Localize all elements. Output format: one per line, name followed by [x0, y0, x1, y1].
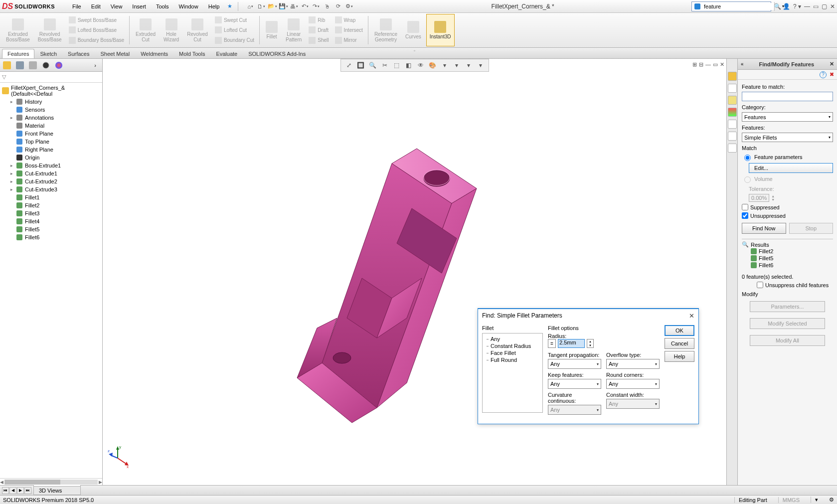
result-fillet2[interactable]: Fillet2: [742, 248, 833, 255]
custom-props-icon[interactable]: [728, 132, 737, 141]
ribbon-revolved-boss-base[interactable]: RevolvedBoss/Base: [35, 14, 65, 46]
design-library-icon[interactable]: [728, 84, 737, 93]
edit-appearance-icon[interactable]: 🎨: [428, 60, 438, 70]
tree-node-boss-extrude1[interactable]: ▸ Boss-Extrude1: [2, 162, 102, 169]
help-button[interactable]: Help: [665, 351, 694, 362]
dialog-close-icon[interactable]: ✕: [689, 312, 694, 320]
vp-maximize-icon[interactable]: ▭: [713, 61, 718, 68]
new-icon[interactable]: 🗋: [256, 1, 266, 11]
forum-icon[interactable]: [728, 144, 737, 153]
open-icon[interactable]: 📂: [267, 1, 277, 11]
expander-icon[interactable]: ▸: [9, 115, 14, 120]
ribtab-sheet-metal[interactable]: Sheet Metal: [95, 49, 135, 58]
ribbon-intersect[interactable]: Intersect: [335, 26, 363, 33]
view-settings-icon[interactable]: ▾: [452, 60, 462, 70]
dialog-titlebar[interactable]: Find: Simple Fillet Parameters ✕: [478, 309, 698, 322]
tree-node-history[interactable]: ▸ History: [2, 98, 102, 106]
panel-close-icon[interactable]: ✕: [830, 61, 834, 67]
ribbon-rib[interactable]: Rib: [309, 16, 329, 23]
expander-icon[interactable]: ▸: [9, 187, 14, 192]
fillet-type-constant-radius[interactable]: Constant Radius: [485, 342, 540, 349]
star-icon[interactable]: ★: [225, 1, 235, 11]
menu-insert[interactable]: Insert: [128, 2, 151, 11]
tree-node-top-plane[interactable]: Top Plane: [2, 138, 102, 146]
collapse-icon[interactable]: «: [741, 61, 744, 67]
ribbon-mirror[interactable]: Mirror: [335, 37, 363, 44]
tree-node-fillet3[interactable]: Fillet3: [2, 209, 102, 217]
file-explorer-icon[interactable]: [728, 96, 737, 105]
radius-spinner[interactable]: ▲▼: [587, 339, 594, 348]
overflow-select[interactable]: Any: [606, 359, 660, 369]
result-fillet5[interactable]: Fillet5: [742, 255, 833, 262]
command-search[interactable]: 🔍 ▾: [691, 1, 771, 11]
menu-file[interactable]: File: [68, 2, 86, 11]
home-taskpane-icon[interactable]: [728, 72, 737, 81]
search-icon[interactable]: 🔍: [774, 3, 781, 10]
menu-edit[interactable]: Edit: [87, 2, 105, 11]
minimize-icon[interactable]: —: [804, 3, 810, 10]
ribbon-fillet[interactable]: Fillet: [263, 14, 281, 46]
expander-icon[interactable]: ▸: [9, 179, 14, 184]
section-view-icon[interactable]: ✂: [380, 60, 390, 70]
tab-expand-icon[interactable]: ›: [90, 60, 100, 70]
tree-root[interactable]: FilletXpert_Corners_& (Default<<Defaul: [2, 84, 102, 98]
ribtab-features[interactable]: Features: [2, 49, 34, 58]
tab-last-icon[interactable]: ⏭: [24, 487, 31, 494]
ribbon-swept-cut[interactable]: Swept Cut: [215, 16, 254, 23]
ribtab-surfaces[interactable]: Surfaces: [62, 49, 95, 58]
ribbon-draft[interactable]: Draft: [309, 26, 329, 33]
fillet-type-face-fillet[interactable]: Face Fillet: [485, 349, 540, 356]
tree-node-cut-extrude3[interactable]: ▸ Cut-Extrude3: [2, 185, 102, 193]
view-palette-icon[interactable]: [728, 108, 737, 117]
previous-view-icon[interactable]: 🔍: [368, 60, 378, 70]
ribbon-curves[interactable]: Curves: [402, 14, 424, 46]
ribbon-revolved-cut[interactable]: RevolvedCut: [184, 14, 211, 46]
ribbon-wrap[interactable]: Wrap: [335, 16, 363, 23]
tree-node-front-plane[interactable]: Front Plane: [2, 130, 102, 138]
vp-close-icon[interactable]: ✕: [720, 61, 724, 68]
ribbon-extruded-boss-base[interactable]: ExtrudedBoss/Base: [3, 14, 33, 46]
search-input[interactable]: [703, 3, 774, 10]
edit-button[interactable]: Edit...: [749, 163, 833, 173]
undo-icon[interactable]: ↶: [300, 1, 310, 11]
tree-node-fillet1[interactable]: Fillet1: [2, 193, 102, 201]
display-style-icon[interactable]: ◧: [404, 60, 414, 70]
redo-icon[interactable]: ↷: [311, 1, 321, 11]
display-manager-tab-icon[interactable]: [54, 60, 64, 70]
restore-icon[interactable]: ▭: [813, 3, 819, 10]
equals-button[interactable]: =: [548, 339, 556, 348]
ribtab-weldments[interactable]: Weldments: [135, 49, 173, 58]
expander-icon[interactable]: ▸: [9, 163, 14, 168]
tab-first-icon[interactable]: ⏮: [2, 487, 9, 494]
unsuppress-child-check[interactable]: Unsuppress child features: [757, 282, 833, 288]
zoom-area-icon[interactable]: 🔲: [356, 60, 366, 70]
tree-node-right-plane[interactable]: Right Plane: [2, 146, 102, 154]
fillet-type-any[interactable]: Any: [485, 336, 540, 342]
tree-node-fillet4[interactable]: Fillet4: [2, 217, 102, 225]
ribtab-solidworks-add-ins[interactable]: SOLIDWORKS Add-Ins: [243, 49, 311, 58]
expander-icon[interactable]: ▸: [9, 99, 14, 104]
ribtab-sketch[interactable]: Sketch: [34, 49, 62, 58]
dimxpert-tab-icon[interactable]: [41, 60, 51, 70]
ribbon-boundary-cut[interactable]: Boundary Cut: [215, 37, 254, 44]
find-now-button[interactable]: Find Now: [742, 223, 786, 234]
keep-select[interactable]: Any: [548, 379, 601, 389]
save-icon[interactable]: 💾: [278, 1, 288, 11]
tab-prev-icon[interactable]: ◀: [9, 487, 16, 494]
tree-node-fillet5[interactable]: Fillet5: [2, 225, 102, 233]
tangent-select[interactable]: Any: [548, 359, 601, 369]
user-icon[interactable]: 👤: [783, 3, 790, 10]
ribbon-shell[interactable]: Shell: [309, 37, 329, 44]
radius-input[interactable]: 2.5mm: [558, 339, 585, 348]
ribtab-evaluate[interactable]: Evaluate: [210, 49, 243, 58]
apply-scene-icon[interactable]: ▾: [440, 60, 450, 70]
tree-scrollbar[interactable]: ◀ ▶: [0, 478, 102, 485]
ribbon-extruded-cut[interactable]: ExtrudedCut: [133, 14, 159, 46]
tree-node-cut-extrude1[interactable]: ▸ Cut-Extrude1: [2, 169, 102, 177]
help-dropdown-icon[interactable]: ? ▾: [793, 3, 801, 10]
rebuild-icon[interactable]: ⟳: [333, 1, 343, 11]
options-icon[interactable]: ⚙: [344, 1, 354, 11]
ribbon-reference-geometry[interactable]: ReferenceGeometry: [371, 14, 400, 46]
view-orientation-icon[interactable]: ⬚: [392, 60, 402, 70]
tree-node-fillet2[interactable]: Fillet2: [2, 201, 102, 209]
